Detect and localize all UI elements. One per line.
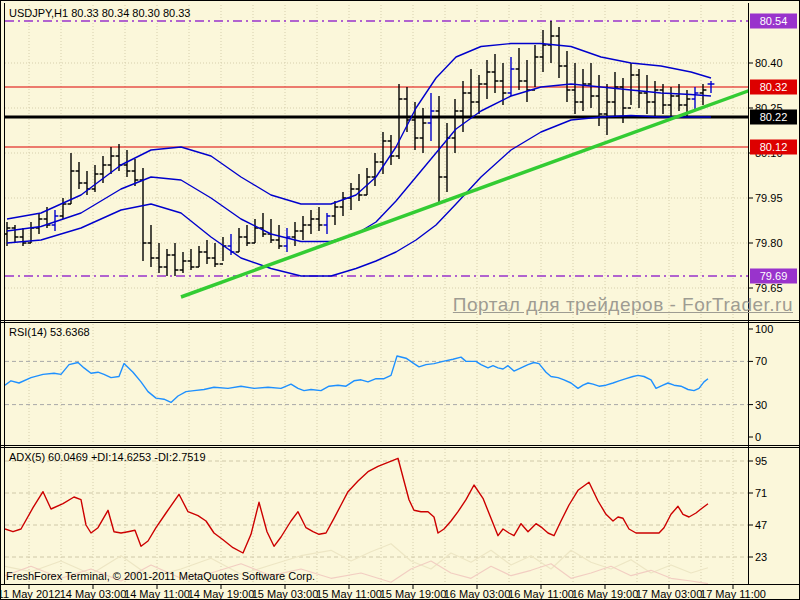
- time-axis-label: 17 May 03:00: [636, 588, 703, 600]
- time-axis-label: 15 May 19:00: [380, 588, 447, 600]
- price-badge-label: 80.12: [760, 141, 788, 153]
- rsi-indicator-label: RSI(14) 53.6368: [9, 326, 90, 338]
- rsi-tick-label: 100: [755, 323, 773, 335]
- price-tick-label: 80.40: [755, 57, 783, 69]
- adx-grid: [29, 449, 733, 583]
- rsi-grid: [29, 324, 733, 444]
- adx-panel: [5, 449, 748, 584]
- indicator-axes[interactable]: 1007030095714723: [749, 323, 774, 563]
- price-tick-label: 79.80: [755, 237, 783, 249]
- price-tick-label: 79.95: [755, 192, 783, 204]
- trading-terminal-window: 80.4080.2580.1079.9579.8079.6580.5480.32…: [0, 0, 800, 600]
- time-axis-label: 16 May 11:00: [508, 588, 574, 600]
- time-axis-label: 14 May 11:00: [124, 588, 190, 600]
- time-axis-label: 11 May 2012: [1, 588, 60, 600]
- adx-tick-label: 71: [755, 487, 767, 499]
- watermark-text: Портал для трейдеров - ForTrader.ru: [453, 294, 793, 316]
- time-axis-label: 17 May 11:00: [700, 588, 766, 600]
- time-axis-label: 14 May 03:00: [60, 588, 127, 600]
- rsi-tick-label: 0: [755, 431, 761, 443]
- price-badge-label: 80.22: [760, 111, 788, 123]
- time-axis-label: 16 May 19:00: [572, 588, 639, 600]
- price-badge-label: 79.69: [760, 270, 788, 282]
- rsi-panel: [5, 324, 748, 444]
- time-axis-label: 15 May 03:00: [252, 588, 319, 600]
- price-badge-label: 80.54: [760, 15, 788, 27]
- rsi-tick-label: 30: [755, 399, 767, 411]
- time-axis[interactable]: 11 May 201214 May 03:0014 May 11:0014 Ma…: [1, 585, 800, 600]
- price-panel: [4, 5, 759, 319]
- time-axis-label: 16 May 03:00: [444, 588, 511, 600]
- bollinger-bands: [7, 44, 711, 277]
- adx-indicator-label: ADX(5) 60.0469 +DI:14.6253 -DI:2.7519: [9, 451, 206, 463]
- copyright-text: FreshForex Terminal, © 2001-2011 MetaQuo…: [6, 570, 315, 582]
- rsi-tick-label: 70: [755, 355, 767, 367]
- adx-line: [5, 458, 708, 553]
- chart-title: USDJPY,H1 80.33 80.34 80.30 80.33: [9, 7, 190, 19]
- adx-tick-label: 95: [755, 455, 767, 467]
- price-badge-label: 80.32: [760, 81, 788, 93]
- adx-tick-label: 47: [755, 519, 767, 531]
- adx-tick-label: 23: [755, 551, 767, 563]
- time-axis-label: 14 May 19:00: [188, 588, 255, 600]
- price-axis[interactable]: 80.4080.2580.1079.9579.8079.6580.5480.32…: [749, 14, 798, 295]
- price-tick-label: 79.65: [755, 282, 783, 294]
- time-axis-label: 15 May 11:00: [316, 588, 382, 600]
- ohlc-bars: [4, 21, 715, 276]
- rsi-line: [5, 356, 708, 402]
